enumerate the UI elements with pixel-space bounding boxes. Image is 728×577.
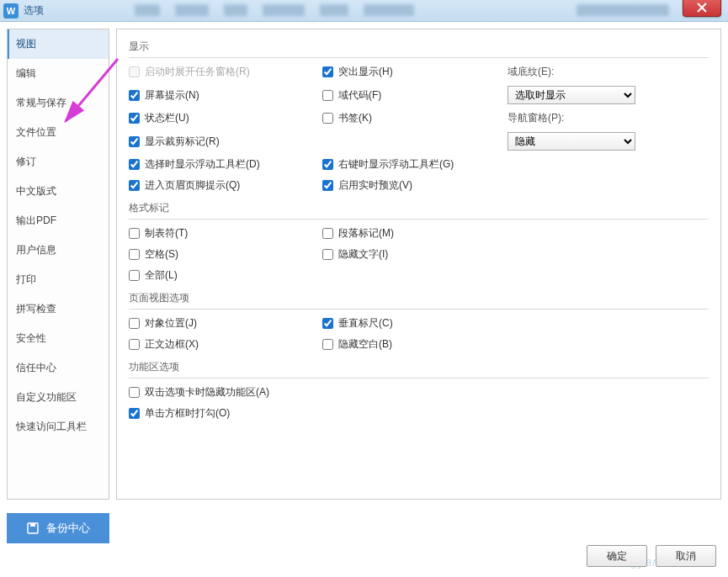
sidebar-item-print[interactable]: 打印 [8,265,109,294]
group-display-title: 显示 [129,38,709,56]
sidebar-item-chinese-layout[interactable]: 中文版式 [8,177,109,206]
checkbox-header-footer-tip[interactable]: 进入页眉页脚提示(Q) [129,178,240,193]
svg-rect-1 [30,523,35,527]
checkbox-rclick-float-toolbar[interactable]: 右键时显示浮动工具栏(G) [322,157,454,172]
checkbox-field-code[interactable]: 域代码(F) [322,88,381,103]
sidebar-item-security[interactable]: 安全性 [8,324,109,353]
checkbox-screen-tip[interactable]: 屏幕提示(N) [129,88,199,103]
checkbox-text-border[interactable]: 正文边框(X) [129,337,199,352]
group-page-view-title: 页面视图选项 [129,289,709,307]
sidebar-item-view[interactable]: 视图 [8,29,109,59]
checkbox-bookmark[interactable]: 书签(K) [322,111,372,125]
checkbox-live-preview[interactable]: 启用实时预览(V) [322,178,412,193]
content-panel: 显示 启动时展开任务窗格(R) 突出显示(H) 域底纹(E): 屏幕提示(N) … [116,29,721,500]
window-title: 选项 [24,3,44,18]
backup-center-button[interactable]: 备份中心 [7,513,109,543]
label-nav-pane: 导航窗格(P): [507,111,709,125]
checkbox-click-check[interactable]: 单击方框时打勾(O) [129,406,230,421]
backup-icon [26,521,40,535]
cancel-button[interactable]: 取消 [656,545,716,567]
sidebar-item-spellcheck[interactable]: 拼写检查 [8,294,109,324]
checkbox-hide-blank[interactable]: 隐藏空白(B) [322,337,392,352]
sidebar-item-trust-center[interactable]: 信任中心 [8,353,109,383]
group-ribbon-title: 功能区选项 [129,358,709,376]
sidebar-item-quick-access[interactable]: 快速访问工具栏 [8,412,109,442]
checkbox-para[interactable]: 段落标记(M) [322,226,394,241]
sidebar-item-user-info[interactable]: 用户信息 [8,236,109,265]
sidebar-item-customize-ribbon[interactable]: 自定义功能区 [8,383,109,412]
checkbox-sel-float-toolbar[interactable]: 选择时显示浮动工具栏(D) [129,157,260,172]
app-logo: W [3,3,19,19]
checkbox-crop-marks[interactable]: 显示裁剪标记(R) [129,135,220,149]
sidebar-item-revision[interactable]: 修订 [8,147,109,177]
ok-button[interactable]: 确定 [587,545,647,567]
checkbox-hidden[interactable]: 隐藏文字(I) [322,247,388,262]
checkbox-all[interactable]: 全部(L) [129,268,178,283]
title-bar: W 选项 [0,0,728,22]
select-field-shading[interactable]: 选取时显示 [507,86,635,104]
label-field-shading: 域底纹(E): [507,65,709,79]
sidebar-item-output-pdf[interactable]: 输出PDF [8,206,109,236]
checkbox-space[interactable]: 空格(S) [129,247,178,262]
checkbox-tab[interactable]: 制表符(T) [129,226,188,241]
sidebar-item-general-save[interactable]: 常规与保存 [8,88,109,118]
checkbox-v-ruler[interactable]: 垂直标尺(C) [322,316,393,331]
sidebar-item-edit[interactable]: 编辑 [8,59,109,88]
checkbox-obj-pos[interactable]: 对象位置(J) [129,316,197,331]
checkbox-status-bar[interactable]: 状态栏(U) [129,111,189,125]
checkbox-dblclick-hide[interactable]: 双击选项卡时隐藏功能区(A) [129,385,269,400]
sidebar-item-file-location[interactable]: 文件位置 [8,118,109,147]
group-format-marks-title: 格式标记 [129,199,709,217]
checkbox-highlight[interactable]: 突出显示(H) [322,65,393,79]
close-button[interactable] [683,0,721,17]
sidebar: 视图 编辑 常规与保存 文件位置 修订 中文版式 输出PDF 用户信息 打印 拼… [7,29,109,500]
checkbox-startup-pane[interactable]: 启动时展开任务窗格(R) [129,65,250,79]
select-nav-pane[interactable]: 隐藏 [507,132,635,151]
